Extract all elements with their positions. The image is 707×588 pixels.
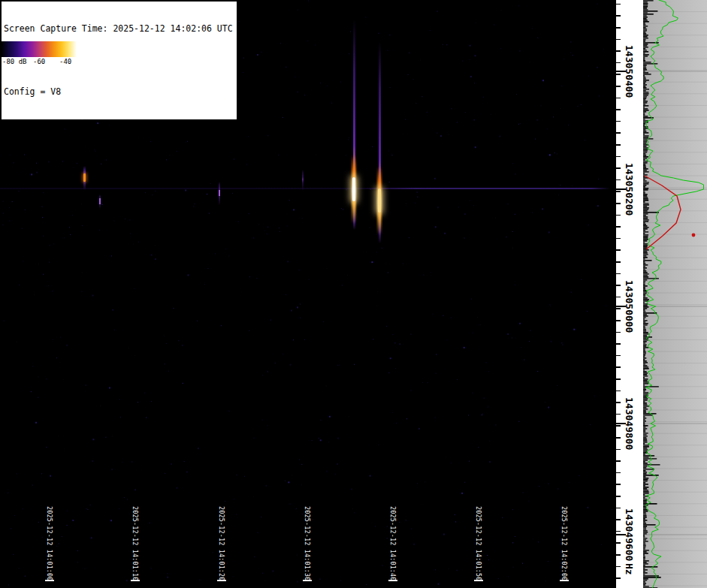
frequency-minor-tick <box>616 27 621 29</box>
frequency-minor-tick <box>616 402 621 403</box>
frequency-minor-tick <box>616 50 621 52</box>
time-axis-tick <box>474 580 483 581</box>
color-scale-legend: -80 dB-60-40 <box>2 41 77 67</box>
frequency-minor-tick <box>616 425 621 427</box>
frequency-unit-label: Hz <box>624 563 635 575</box>
spectrum-amplitude-panel <box>643 0 707 588</box>
frequency-minor-tick <box>616 39 621 41</box>
frequency-axis-label: 143050400 <box>624 45 635 98</box>
color-scale-label: -80 dB <box>2 58 27 65</box>
meteor-echo-hotspot <box>378 188 381 213</box>
meteor-echo-hotspot <box>352 177 355 201</box>
frequency-minor-tick <box>616 531 621 532</box>
frequency-minor-tick <box>616 98 621 99</box>
frequency-minor-tick <box>616 191 621 192</box>
frequency-axis-label: 143050200 <box>624 163 635 216</box>
time-axis-tick <box>303 580 312 581</box>
color-scale-labels: -80 dB-60-40 <box>2 57 77 67</box>
frequency-minor-tick <box>616 15 621 17</box>
frequency-minor-tick <box>616 460 621 462</box>
frequency-minor-tick <box>616 203 621 204</box>
frequency-minor-tick <box>616 261 621 263</box>
frequency-minor-tick <box>616 519 621 520</box>
frequency-minor-tick <box>616 285 621 286</box>
frequency-minor-tick <box>616 215 621 216</box>
frequency-minor-tick <box>616 484 621 485</box>
frequency-minor-tick <box>616 109 621 110</box>
frequency-minor-tick <box>616 62 621 64</box>
frequency-minor-tick <box>616 4 621 5</box>
frequency-minor-tick <box>616 366 621 368</box>
frequency-minor-tick <box>616 86 621 87</box>
time-axis-tick <box>45 580 54 581</box>
frequency-minor-tick <box>616 144 621 146</box>
config-text: Config = V8 <box>4 86 233 97</box>
frequency-minor-tick <box>616 508 621 509</box>
time-axis-label: 2025-12-12 14:01:10 <box>131 506 139 581</box>
frequency-minor-tick <box>616 132 621 134</box>
frequency-minor-tick <box>616 542 621 544</box>
meteor-echo-streak <box>302 170 304 191</box>
time-axis-tick <box>131 580 140 581</box>
time-axis-tick <box>217 580 226 581</box>
waterfall-display: 2025-12-12 14:01:002025-12-12 14:01:1020… <box>0 0 616 588</box>
spectrum-lab-screen-capture: 2025-12-12 14:01:002025-12-12 14:01:1020… <box>0 0 707 588</box>
time-axis-label: 2025-12-12 14:01:40 <box>389 506 397 581</box>
frequency-minor-tick <box>616 554 621 556</box>
time-axis-label: 2025-12-12 14:02:00 <box>560 506 568 581</box>
carrier-signal-line <box>0 188 610 189</box>
meteor-echo-hotspot <box>83 173 86 182</box>
frequency-minor-tick <box>616 179 621 181</box>
frequency-minor-tick <box>616 496 621 497</box>
meteor-echo-hotspot <box>99 198 101 204</box>
frequency-minor-tick <box>616 273 621 275</box>
frequency-minor-tick <box>616 449 621 451</box>
meteor-echo-hotspot <box>219 190 220 196</box>
time-axis-label: 2025-12-12 14:01:00 <box>46 506 53 581</box>
frequency-axis-label: 143050000 <box>624 280 635 333</box>
frequency-minor-tick <box>616 167 621 169</box>
time-axis-label: 2025-12-12 14:01:20 <box>218 506 225 581</box>
frequency-minor-tick <box>616 297 621 298</box>
frequency-minor-tick <box>616 577 621 579</box>
frequency-minor-tick <box>616 320 621 321</box>
time-axis-label: 2025-12-12 14:01:30 <box>304 506 311 581</box>
frequency-minor-tick <box>616 437 621 439</box>
frequency-axis-label: 143049800 <box>624 397 635 450</box>
color-scale-gradient <box>2 41 77 57</box>
frequency-minor-tick <box>616 472 621 474</box>
frequency-minor-tick <box>616 156 621 158</box>
time-axis-tick <box>388 580 397 581</box>
frequency-minor-tick <box>616 566 621 568</box>
time-axis-tick <box>560 580 569 581</box>
frequency-minor-tick <box>616 355 621 357</box>
frequency-minor-tick <box>616 121 621 122</box>
frequency-minor-tick <box>616 226 621 228</box>
frequency-minor-tick <box>616 249 621 251</box>
color-scale-label: -60 <box>33 58 45 65</box>
time-axis-label: 2025-12-12 14:01:50 <box>475 506 482 581</box>
spectrum-trace-graph <box>643 0 707 588</box>
frequency-minor-tick <box>616 378 621 380</box>
color-scale-label: -40 <box>59 58 71 65</box>
capture-time-text: Screen Capture Time: 2025-12-12 14:02:06… <box>4 23 233 34</box>
frequency-minor-tick <box>616 308 621 309</box>
frequency-minor-tick <box>616 332 621 333</box>
frequency-axis-label: 143049600 <box>624 508 635 561</box>
frequency-axis-ruler: 1430504001430502001430500001430498001430… <box>616 0 643 588</box>
frequency-minor-tick <box>616 74 621 75</box>
frequency-minor-tick <box>616 414 621 415</box>
frequency-minor-tick <box>616 238 621 240</box>
frequency-minor-tick <box>616 343 621 345</box>
frequency-minor-tick <box>616 390 621 392</box>
